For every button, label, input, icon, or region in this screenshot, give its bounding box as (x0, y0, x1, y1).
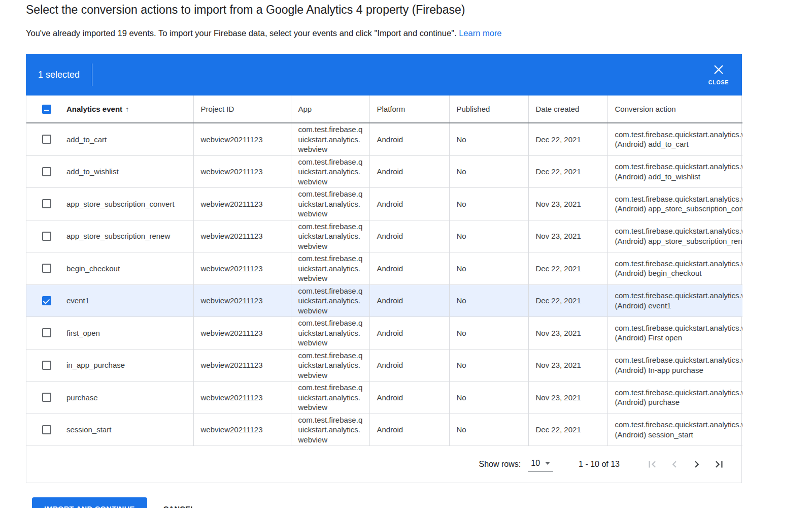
platform-cell: Android (369, 123, 449, 155)
table-row[interactable]: add_to_cart webview20211123 com.test.fir… (26, 123, 742, 155)
row-checkbox[interactable] (42, 199, 51, 208)
events-table: Analytics event↑ Project ID App Platform… (26, 96, 742, 446)
checkbox-cell (26, 155, 66, 188)
conversion-action-cell: com.test.firebase.quickstart.analytics.w… (607, 123, 742, 155)
close-button[interactable]: CLOSE (704, 61, 733, 88)
app-cell: com.test.firebase.quickstart.analytics.w… (291, 123, 369, 155)
checkbox-cell (26, 382, 66, 414)
app-cell: com.test.firebase.quickstart.analytics.w… (291, 284, 369, 317)
date-created-cell: Dec 22, 2021 (528, 414, 607, 446)
app-cell: com.test.firebase.quickstart.analytics.w… (291, 155, 369, 188)
checkbox-cell (26, 188, 66, 220)
row-checkbox[interactable] (42, 264, 51, 273)
project-id-cell: webview20211123 (193, 188, 291, 220)
column-header-project-id[interactable]: Project ID (193, 96, 291, 123)
selected-count: 1 selected (38, 70, 80, 80)
import-and-continue-button[interactable]: IMPORT AND CONTINUE (32, 497, 147, 508)
table-row[interactable]: app_store_subscription_renew webview2021… (26, 220, 742, 252)
app-cell: com.test.firebase.quickstart.analytics.w… (291, 382, 369, 414)
project-id-cell: webview20211123 (193, 155, 291, 188)
rows-per-page-select[interactable]: 10 (528, 457, 553, 472)
conversion-action-cell: com.test.firebase.quickstart.analytics.w… (607, 220, 742, 252)
cancel-button[interactable]: CANCEL (159, 505, 199, 508)
chevron-right-icon (690, 458, 703, 471)
row-checkbox[interactable] (42, 361, 51, 370)
column-header-conversion-action[interactable]: Conversion action (607, 96, 742, 123)
app-cell: com.test.firebase.quickstart.analytics.w… (291, 188, 369, 220)
conversion-action-cell: com.test.firebase.quickstart.analytics.w… (607, 317, 742, 350)
platform-cell: Android (369, 155, 449, 188)
subtitle-text: You've already imported 19 events. To im… (26, 28, 457, 38)
column-header-label: Analytics event (66, 105, 122, 113)
table-row[interactable]: event1 webview20211123 com.test.firebase… (26, 284, 742, 317)
column-header-platform[interactable]: Platform (369, 96, 449, 123)
published-cell: No (449, 284, 528, 317)
row-checkbox[interactable] (42, 296, 51, 305)
column-header-app[interactable]: App (291, 96, 369, 123)
published-cell: No (449, 414, 528, 446)
published-cell: No (449, 123, 528, 155)
last-page-icon (713, 458, 726, 471)
published-cell: No (449, 220, 528, 252)
table-row[interactable]: first_open webview20211123 com.test.fire… (26, 317, 742, 350)
row-checkbox[interactable] (42, 167, 51, 176)
row-checkbox[interactable] (42, 232, 51, 241)
app-cell: com.test.firebase.quickstart.analytics.w… (291, 317, 369, 350)
table-row[interactable]: app_store_subscription_convert webview20… (26, 188, 742, 220)
app-cell: com.test.firebase.quickstart.analytics.w… (291, 414, 369, 446)
event-cell: add_to_cart (66, 123, 193, 155)
conversion-action-cell: com.test.firebase.quickstart.analytics.w… (607, 188, 742, 220)
select-all-cell (26, 96, 66, 123)
published-cell: No (449, 188, 528, 220)
table-body: add_to_cart webview20211123 com.test.fir… (26, 123, 742, 446)
platform-cell: Android (369, 220, 449, 252)
table-row[interactable]: add_to_wishlist webview20211123 com.test… (26, 155, 742, 188)
event-cell: session_start (66, 414, 193, 446)
first-page-button[interactable] (641, 453, 663, 475)
previous-page-button[interactable] (663, 453, 686, 475)
column-header-label: Published (457, 105, 490, 113)
close-label: CLOSE (708, 79, 729, 85)
next-page-button[interactable] (686, 453, 708, 475)
pagination-range: 1 - 10 of 13 (579, 460, 620, 469)
platform-cell: Android (369, 284, 449, 317)
date-created-cell: Nov 23, 2021 (528, 188, 607, 220)
row-checkbox[interactable] (42, 393, 51, 402)
date-created-cell: Dec 22, 2021 (528, 123, 607, 155)
project-id-cell: webview20211123 (193, 382, 291, 414)
date-created-cell: Nov 23, 2021 (528, 382, 607, 414)
platform-cell: Android (369, 349, 449, 382)
project-id-cell: webview20211123 (193, 220, 291, 252)
table-row[interactable]: session_start webview20211123 com.test.f… (26, 414, 742, 446)
conversion-action-cell: com.test.firebase.quickstart.analytics.w… (607, 155, 742, 188)
divider (92, 64, 92, 86)
project-id-cell: webview20211123 (193, 284, 291, 317)
last-page-button[interactable] (708, 453, 730, 475)
event-cell: begin_checkout (66, 252, 193, 285)
table-row[interactable]: in_app_purchase webview20211123 com.test… (26, 349, 742, 382)
table-row[interactable]: begin_checkout webview20211123 com.test.… (26, 252, 742, 285)
project-id-cell: webview20211123 (193, 123, 291, 155)
project-id-cell: webview20211123 (193, 414, 291, 446)
show-rows-label: Show rows: (479, 460, 521, 469)
conversion-action-cell: com.test.firebase.quickstart.analytics.w… (607, 252, 742, 285)
conversion-action-cell: com.test.firebase.quickstart.analytics.w… (607, 414, 742, 446)
learn-more-link[interactable]: Learn more (459, 28, 501, 38)
published-cell: No (449, 317, 528, 350)
select-all-checkbox[interactable] (42, 105, 51, 114)
row-checkbox[interactable] (42, 425, 51, 434)
event-cell: purchase (66, 382, 193, 414)
row-checkbox[interactable] (42, 135, 51, 144)
checkbox-cell (26, 414, 66, 446)
column-header-published[interactable]: Published (449, 96, 528, 123)
project-id-cell: webview20211123 (193, 252, 291, 285)
checkbox-cell (26, 123, 66, 155)
date-created-cell: Dec 22, 2021 (528, 284, 607, 317)
column-header-date-created[interactable]: Date created (528, 96, 607, 123)
table-footer: Show rows: 10 1 - 10 of 13 (26, 446, 741, 483)
platform-cell: Android (369, 188, 449, 220)
row-checkbox[interactable] (42, 328, 51, 337)
column-header-analytics-event[interactable]: Analytics event↑ (66, 96, 193, 123)
date-created-cell: Nov 23, 2021 (528, 220, 607, 252)
table-row[interactable]: purchase webview20211123 com.test.fireba… (26, 382, 742, 414)
